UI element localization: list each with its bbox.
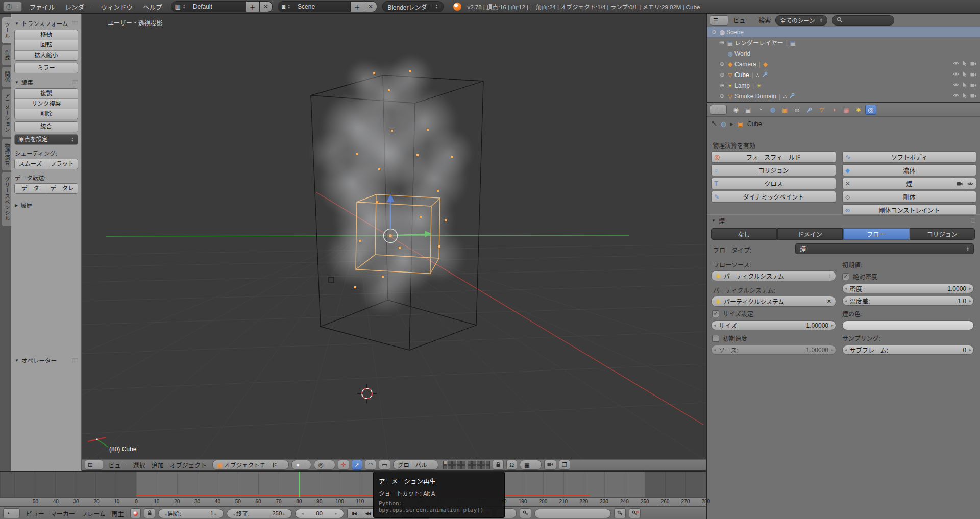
subframes-slider[interactable]: ◂サブフレーム: 0▸ [842,345,974,355]
eye-toggle-icon[interactable] [965,179,975,188]
initial-velocity-checkbox[interactable]: 初期速度 [712,334,747,342]
outliner-row-camera[interactable]: ⊕◆Camera|◆ [707,59,980,69]
layer-cell[interactable] [443,461,447,465]
physics-button-forcefield[interactable]: ◎フォースフィールド [711,151,836,163]
translate-manipulator-button[interactable]: ➚ [352,460,363,470]
shading-button-1[interactable]: フラット [46,159,78,169]
eye-icon[interactable] [953,60,959,68]
properties-tab-object[interactable]: ▣ [779,105,791,115]
layer-cell[interactable] [477,461,481,465]
physics-button-cloth[interactable]: Tクロス [711,178,836,189]
outliner-row-lamp[interactable]: ⊕☀Lamp|☀ [707,80,980,91]
camera-icon[interactable] [970,71,976,79]
current-frame-field[interactable]: ◂ 80 ▸ [295,509,344,518]
expand-icon[interactable]: ⊕ [718,83,726,88]
layer-cell[interactable] [461,465,465,469]
physics-button-collision[interactable]: ○コリジョン [711,164,836,176]
camera-toggle-icon[interactable] [954,179,965,188]
camera-icon[interactable] [970,61,976,68]
absolute-density-checkbox[interactable]: ✓ 絶対密度 [842,272,877,281]
flow-source-select[interactable]: ✱ パーティクルシステム ▲▼ [711,270,836,281]
panel-header-history[interactable]: ▶ 履歴 [15,201,78,209]
rotate-manipulator-button[interactable]: ◠ [365,460,376,470]
shading-button-0[interactable]: スムーズ [15,159,46,169]
viewport-menu-3[interactable]: オブジェクト [167,461,210,469]
layer-cell[interactable] [452,465,456,469]
expand-icon[interactable]: ⊕ [718,93,726,99]
mode-select[interactable]: ▣ オブジェクトモード▲▼ [212,460,289,470]
smoke-type-tab-なし[interactable]: なし [711,228,777,240]
smoke-panel-header[interactable]: ▼ 煙 ≣ [707,214,980,226]
outliner-row-world[interactable]: ◍World [707,48,980,59]
eye-icon[interactable] [953,82,959,89]
pointer-icon[interactable] [962,82,967,89]
active-keyingset-button[interactable] [520,508,531,518]
temperature-diff-slider[interactable]: ◂温度差: 1.0▸ [842,296,974,306]
properties-tab-constraints[interactable]: ∞ [792,105,803,115]
clear-icon[interactable]: ✕ [827,298,831,305]
shelf-tab-2[interactable]: 関係 [2,67,12,87]
topbar-menu-3[interactable]: ヘルプ [138,2,167,12]
layer-cell[interactable] [472,461,476,465]
transform-button-2[interactable]: 拡大縮小 [15,51,78,60]
smoke-type-tab-ドメイン[interactable]: ドメイン [777,228,843,240]
shelf-tab-1[interactable]: 作成 [2,45,12,65]
eye-icon[interactable] [953,71,959,79]
layer-cell[interactable] [461,461,465,465]
add-layout-button[interactable]: ＋ [246,2,259,12]
expand-icon[interactable]: ⊕ [718,72,726,78]
topbar-menu-1[interactable]: レンダー [60,2,95,12]
smoke-type-tab-コリジョン[interactable]: コリジョン [910,228,975,240]
editor-type-timeline-button[interactable]: ◔▲▼ [3,508,20,518]
jump-to-start-button[interactable]: ▮◀ [348,509,361,518]
transform-button-1[interactable]: 回転 [15,40,78,51]
transform-orientation-select[interactable]: グローバル▲▼ [393,460,438,470]
flow-type-select[interactable]: 煙▲▼ [795,243,974,254]
delete-layout-button[interactable]: ✕ [259,2,272,12]
layer-cell[interactable] [448,465,452,469]
pointer-icon[interactable] [962,71,967,79]
timeline-menu-1[interactable]: マーカー [47,509,78,518]
frame-start-field[interactable]: ◂ 開始: 1 ▸ [158,509,224,518]
screen-layout-icon[interactable]: ▥▲▼ [172,2,189,12]
screen-layout-select[interactable]: Default [189,2,246,12]
outliner-row-cube[interactable]: ⊕▽Cube|∴ [707,69,980,80]
layer-cell[interactable] [457,465,461,469]
add-scene-button[interactable]: ＋ [350,2,364,12]
shelf-tab-5[interactable]: グリースペンシル [2,172,12,226]
pointer-icon[interactable] [962,61,967,68]
physics-button-rigidbody[interactable]: ◇剛体 [842,191,976,203]
editor-type-3dview-button[interactable]: ⊞▲▼ [85,460,103,470]
mirror-button-0[interactable]: ミラー [15,63,78,73]
outliner-row-smoke-domain[interactable]: ⊕▽Smoke Domain|∴ [707,91,980,102]
snap-element-select[interactable]: ▦▲▼ [520,460,542,470]
expand-icon[interactable]: ⊕ [718,61,726,67]
properties-tab-render[interactable]: ◉ [730,105,742,115]
layer-cell[interactable] [448,461,452,465]
opengl-render-anim-button[interactable]: ❐ [559,460,570,470]
set-origin-menu-button[interactable]: 原点を設定▲▼ [15,135,78,144]
keyingset-lock-button[interactable] [144,508,155,518]
render-engine-select[interactable]: Blenderレンダー▲▼ [382,1,443,12]
topbar-menu-0[interactable]: ファイル [24,2,60,12]
opengl-render-button[interactable] [544,460,556,470]
outliner-menu-1[interactable]: 検索 [758,16,771,24]
timeline-menu-2[interactable]: フレーム [78,509,109,518]
timeline-menu-3[interactable]: 再生 [109,509,127,518]
timeline-menu-0[interactable]: ビュー [23,509,47,518]
frame-end-field[interactable]: ◂ 終了: 250 ▸ [227,509,292,518]
outliner-menu-0[interactable]: ビュー [733,16,751,24]
transform-button-0[interactable]: 移動 [15,30,78,40]
physics-button-dynamicpaint[interactable]: ✎ダイナミックペイント [711,191,836,203]
editor-type-properties-button[interactable]: ≡▲▼ [710,105,727,115]
outliner-search-input[interactable] [832,15,894,26]
eye-icon[interactable] [953,92,959,100]
layer-cell[interactable] [452,461,456,465]
size-settings-checkbox[interactable]: ✓ サイズ設定 [712,309,753,318]
current-frame-playhead[interactable] [299,472,300,497]
outliner-row-scene[interactable]: ⊖◍Scene [707,27,980,37]
layer-cell[interactable] [477,465,481,469]
size-slider[interactable]: ◂サイズ: 1.00000▸ [711,320,836,330]
expand-icon[interactable]: ⊕ [718,40,726,45]
properties-tab-material[interactable]: ◑ [828,105,840,115]
